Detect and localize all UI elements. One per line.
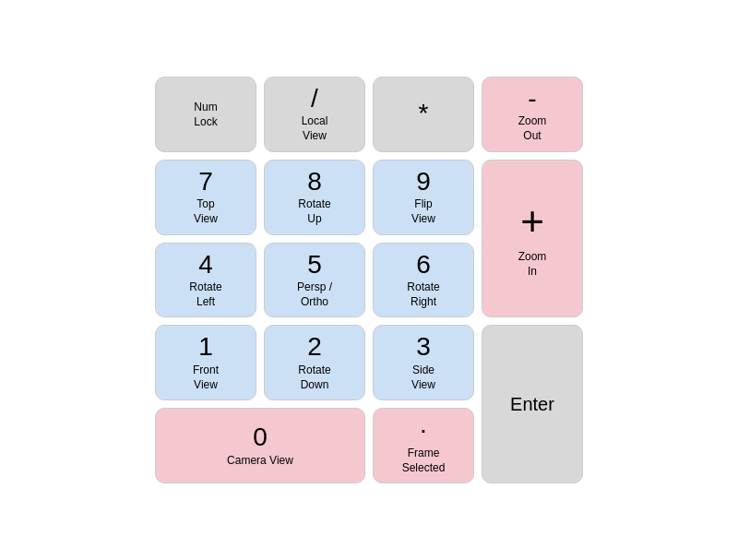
persportho-num: 5 [307,251,322,280]
topview-num: 7 [198,168,213,197]
numlock-label: NumLock [194,101,217,129]
localview-key[interactable]: / LocalView [264,77,365,152]
cameraview-label: Camera View [227,454,293,469]
numpad: NumLock / LocalView * - ZoomOut 7 TopVie… [137,58,601,503]
star-num: * [419,100,429,128]
rotatedown-key[interactable]: 2 RotateDown [264,325,365,400]
frameselected-key[interactable]: · FrameSelected [373,408,474,483]
frontview-label: FrontView [193,363,219,392]
sideview-label: SideView [411,363,435,392]
zoomin-key[interactable]: + ZoomIn [482,160,583,318]
numlock-key[interactable]: NumLock [155,77,256,152]
topview-key[interactable]: 7 TopView [155,160,256,235]
sideview-num: 3 [416,333,431,362]
zoomout-num: - [528,85,536,113]
frontview-num: 1 [198,333,213,362]
rotateup-num: 8 [307,168,322,197]
zoomout-label: ZoomOut [518,114,547,143]
persportho-label: Persp /Ortho [297,280,332,309]
zoomin-plus: + [520,198,544,244]
rotatedown-label: RotateDown [298,363,330,392]
zoomin-label: ZoomIn [518,250,547,279]
rotateleft-num: 4 [198,251,213,280]
zoomout-key[interactable]: - ZoomOut [482,77,583,152]
topview-label: TopView [194,197,218,226]
enter-label: Enter [510,394,554,415]
localview-num: / [311,85,318,113]
enter-key[interactable]: Enter [482,325,583,483]
rotateleft-key[interactable]: 4 RotateLeft [155,243,256,318]
flipview-key[interactable]: 9 FlipView [373,160,474,235]
cameraview-num: 0 [253,423,268,452]
rotateright-key[interactable]: 6 RotateRight [373,243,474,318]
rotateleft-label: RotateLeft [189,280,221,309]
rotateup-label: RotateUp [298,197,330,226]
rotateright-num: 6 [416,251,431,280]
rotateup-key[interactable]: 8 RotateUp [264,160,365,235]
rotateright-label: RotateRight [407,280,439,309]
localview-label: LocalView [302,114,328,143]
cameraview-key[interactable]: 0 Camera View [155,408,365,483]
flipview-label: FlipView [411,197,435,226]
rotatedown-num: 2 [307,333,322,362]
star-key[interactable]: * [373,77,474,152]
frameselected-num: · [420,416,427,445]
sideview-key[interactable]: 3 SideView [373,325,474,400]
frameselected-label: FrameSelected [402,447,446,475]
frontview-key[interactable]: 1 FrontView [155,325,256,400]
flipview-num: 9 [416,168,431,197]
persportho-key[interactable]: 5 Persp /Ortho [264,243,365,318]
